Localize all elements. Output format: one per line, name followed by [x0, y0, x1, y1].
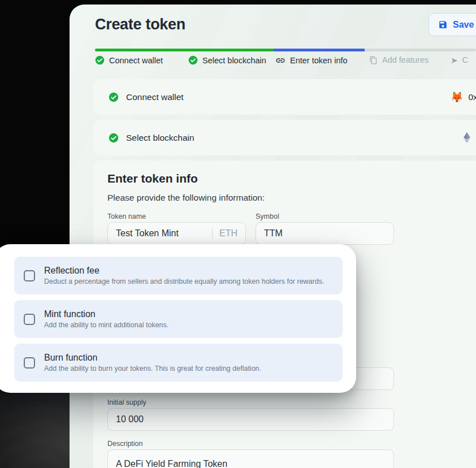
option-title: Burn function [44, 353, 261, 363]
ethereum-icon [464, 132, 470, 143]
connected-wallet-chip: 🦊 0xD8 [451, 79, 476, 115]
token-info-subtitle: Please provide the following information… [107, 193, 265, 203]
forward-arrow-icon: ➤ [451, 56, 458, 64]
token-name-input[interactable] [116, 228, 207, 239]
description-input[interactable] [116, 459, 386, 468]
check-circle-icon [109, 133, 119, 143]
option-mint-function[interactable]: Mint function Add the ability to mint ad… [14, 300, 343, 338]
section-select-blockchain[interactable]: Select blockchain [93, 120, 476, 155]
option-text: Burn function Add the ability to burn yo… [44, 353, 261, 372]
step-label: Connect wallet [109, 56, 163, 65]
initial-supply-label: Initial supply [107, 398, 146, 406]
save-button-label: Save & [453, 20, 476, 30]
wallet-address: 0xD8 [468, 92, 476, 102]
token-name-field[interactable]: ETH [107, 222, 246, 245]
metamask-fox-icon: 🦊 [451, 92, 463, 102]
burn-function-checkbox[interactable] [24, 357, 35, 369]
option-description: Add the ability to burn your tokens. Thi… [44, 365, 261, 372]
selected-chain-chip [464, 120, 470, 155]
step-add-features[interactable]: Add features [369, 55, 429, 64]
step-select-blockchain[interactable]: Select blockchain [188, 55, 266, 65]
progress-segment-done [95, 49, 274, 51]
token-info-heading: Enter token info [107, 172, 198, 185]
option-title: Reflection fee [44, 266, 324, 276]
page-title: Create token [95, 16, 185, 33]
symbol-field[interactable] [256, 222, 394, 245]
description-label: Description [107, 440, 143, 448]
progress-segment-active [274, 49, 365, 51]
step-label: C [462, 55, 468, 64]
section-title: Select blockchain [126, 133, 194, 143]
symbol-input[interactable] [264, 228, 386, 239]
step-connect-wallet[interactable]: Connect wallet [95, 55, 163, 65]
option-reflection-fee[interactable]: Reflection fee Deduct a percentage from … [14, 257, 343, 294]
features-popup: Reflection fee Deduct a percentage from … [0, 244, 356, 393]
option-description: Deduct a percentage from sellers and dis… [44, 278, 324, 285]
option-description: Add the ability to mint additional token… [44, 321, 168, 329]
token-name-suffix: ETH [212, 228, 237, 239]
mint-function-checkbox[interactable] [24, 314, 35, 325]
check-circle-icon [188, 55, 198, 65]
check-circle-icon [109, 92, 119, 102]
token-name-label: Token name [107, 213, 146, 220]
section-connect-wallet[interactable]: Connect wallet 🦊 0xD8 [93, 79, 476, 115]
step-label: Select blockchain [202, 56, 266, 65]
description-field[interactable] [107, 449, 394, 468]
save-button[interactable]: Save & [429, 13, 476, 36]
link-icon [275, 55, 285, 66]
initial-supply-input[interactable] [116, 414, 386, 424]
step-label: Add features [382, 55, 429, 64]
step-label: Enter token info [290, 56, 348, 65]
step-create[interactable]: ➤ C [451, 55, 468, 64]
check-circle-icon [95, 55, 105, 65]
option-burn-function[interactable]: Burn function Add the ability to burn yo… [14, 344, 343, 382]
section-title: Connect wallet [126, 92, 184, 102]
option-title: Mint function [44, 309, 168, 319]
create-token-panel: Create token Save & Connect wallet Selec… [70, 5, 476, 468]
step-enter-token-info[interactable]: Enter token info [275, 55, 348, 66]
symbol-label: Symbol [256, 213, 279, 220]
stepper-progress-bar [95, 49, 476, 51]
stepper: Connect wallet Select blockchain Enter t… [70, 55, 476, 68]
reflection-fee-checkbox[interactable] [24, 270, 35, 281]
initial-supply-field[interactable] [107, 408, 394, 431]
option-text: Mint function Add the ability to mint ad… [44, 309, 168, 329]
copy-icon [369, 56, 378, 64]
floppy-disk-icon [438, 20, 448, 29]
option-text: Reflection fee Deduct a percentage from … [44, 266, 324, 285]
